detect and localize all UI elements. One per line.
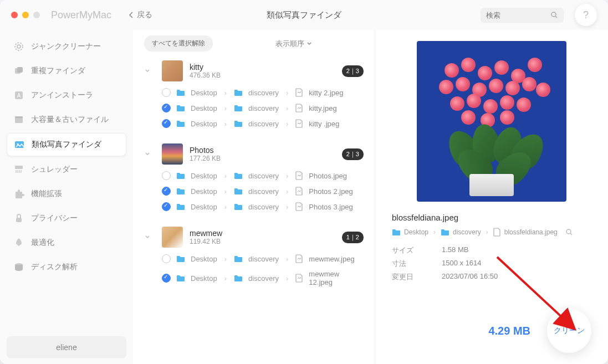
file-icon xyxy=(295,187,303,196)
file-icon xyxy=(295,202,303,211)
lock-icon xyxy=(13,213,24,224)
file-icon xyxy=(295,104,303,112)
sidebar-item-similar-photo-finder[interactable]: 類似写真ファインダ xyxy=(7,133,126,156)
file-row[interactable]: Desktop›discovery› Photos 2.jpeg xyxy=(144,183,364,199)
checkbox[interactable] xyxy=(162,119,171,128)
folder-icon xyxy=(176,274,185,282)
folder-icon xyxy=(234,104,243,112)
filename: kitty 2.jpeg xyxy=(309,89,343,97)
meta-label: 寸法 xyxy=(392,259,442,269)
folder-icon xyxy=(176,187,185,195)
file-row[interactable]: Desktop›discovery› mewmew 12.jpeg xyxy=(144,266,364,290)
filename: mewmew.jpeg xyxy=(309,255,354,263)
meta-value: 2023/07/06 16:50 xyxy=(442,272,498,282)
count-badge: 2｜3 xyxy=(342,148,364,160)
checkbox[interactable] xyxy=(162,88,171,97)
thumbnail xyxy=(162,60,183,81)
sidebar-item-label: 大容量＆古いファイル xyxy=(31,115,109,125)
path-segment: Desktop xyxy=(191,203,217,211)
sidebar-item-optimize[interactable]: 最適化 xyxy=(7,232,126,254)
file-row[interactable]: Desktop›discovery› mewmew.jpeg xyxy=(144,251,364,266)
filename: kitty.jpeg xyxy=(309,104,336,112)
chevron-down-icon[interactable] xyxy=(144,68,155,74)
main: すべてを選択解除 表示順序 kitty 476.36 KB 2｜3 Deskto… xyxy=(133,30,608,364)
close-window-icon[interactable] xyxy=(11,12,18,18)
search-box[interactable] xyxy=(481,8,564,23)
meta-dimensions: 寸法 1500 x 1614 xyxy=(392,259,591,269)
sidebar-item-label: アンインストーラ xyxy=(31,90,93,100)
sidebar-item-disk-analysis[interactable]: ディスク解析 xyxy=(7,256,126,278)
checkbox[interactable] xyxy=(162,202,171,211)
folder-icon xyxy=(176,120,185,127)
disk-icon xyxy=(13,262,24,273)
sidebar-item-shredder[interactable]: シュレッダー xyxy=(7,158,126,181)
search-input[interactable] xyxy=(486,11,550,19)
chevron-down-icon xyxy=(306,41,312,47)
sidebar-item-privacy[interactable]: プライバシー xyxy=(7,207,126,229)
list-pane: すべてを選択解除 表示順序 kitty 476.36 KB 2｜3 Deskto… xyxy=(133,30,375,364)
group-header[interactable]: Photos 177.26 KB 2｜3 xyxy=(144,140,364,168)
sidebar-item-duplicate-finder[interactable]: 重複ファインダ xyxy=(7,60,126,82)
file-row[interactable]: Desktop›discovery› Photos 3.jpeg xyxy=(144,199,364,214)
sidebar-item-label: ジャンククリーナー xyxy=(31,42,101,52)
filename: mewmew 12.jpeg xyxy=(309,270,364,286)
user-badge[interactable]: eliene xyxy=(7,336,126,358)
help-button[interactable]: ? xyxy=(575,4,597,26)
back-label: 戻る xyxy=(137,10,152,20)
checkbox[interactable] xyxy=(162,274,171,283)
chevron-down-icon[interactable] xyxy=(144,234,155,240)
body: ジャンククリーナー 重複ファインダ A アンインストーラ 大容量＆古いファイル … xyxy=(0,30,608,364)
path-segment: discovery xyxy=(248,203,279,211)
sort-button[interactable]: 表示順序 xyxy=(275,39,312,49)
path-segment: Desktop xyxy=(191,172,217,180)
preview-image xyxy=(417,41,566,202)
svg-rect-4 xyxy=(17,67,23,73)
svg-text:A: A xyxy=(17,93,21,99)
path-segment: Desktop xyxy=(191,120,217,128)
duplicate-icon xyxy=(13,65,24,76)
deselect-all-button[interactable]: すべてを選択解除 xyxy=(144,35,213,52)
group-header[interactable]: kitty 476.36 KB 2｜3 xyxy=(144,57,364,85)
app-title: PowerMyMac xyxy=(51,9,111,21)
sidebar: ジャンククリーナー 重複ファインダ A アンインストーラ 大容量＆古いファイル … xyxy=(0,30,133,364)
svg-point-0 xyxy=(551,12,556,17)
meta-modified: 変更日 2023/07/06 16:50 xyxy=(392,272,591,282)
sort-label: 表示順序 xyxy=(275,39,304,49)
group-name: kitty xyxy=(190,63,335,71)
file-icon xyxy=(295,254,303,263)
checkbox[interactable] xyxy=(162,171,171,180)
path-segment: discovery xyxy=(248,104,279,112)
file-row[interactable]: Desktop›discovery› kitty .jpeg xyxy=(144,116,364,131)
file-row[interactable]: Desktop›discovery› kitty 2.jpeg xyxy=(144,85,364,100)
clean-button[interactable]: クリーン xyxy=(547,309,591,353)
folder-icon xyxy=(441,228,449,236)
path-segment: discovery xyxy=(248,89,279,97)
filename: kitty .jpeg xyxy=(309,120,339,128)
path-segment: discovery xyxy=(248,172,279,180)
folder-icon xyxy=(176,255,185,263)
path-segment: discovery xyxy=(248,255,279,263)
chevron-down-icon[interactable] xyxy=(144,151,155,157)
group-header[interactable]: mewmew 119.42 KB 1｜2 xyxy=(144,223,364,251)
checkbox[interactable] xyxy=(162,187,171,196)
sidebar-item-uninstaller[interactable]: A アンインストーラ xyxy=(7,84,126,106)
file-row[interactable]: Desktop›discovery› Photos.jpeg xyxy=(144,168,364,183)
thumbnail xyxy=(162,227,183,248)
maximize-window-icon[interactable] xyxy=(33,12,40,18)
sidebar-item-large-old-files[interactable]: 大容量＆古いファイル xyxy=(7,109,126,131)
search-icon xyxy=(550,11,558,19)
traffic-lights xyxy=(11,12,40,18)
back-button[interactable]: 戻る xyxy=(128,10,152,20)
sidebar-item-extensions[interactable]: 機能拡張 xyxy=(7,183,126,205)
sidebar-item-label: 機能拡張 xyxy=(31,189,62,199)
checkbox[interactable] xyxy=(162,104,171,112)
file-row[interactable]: Desktop›discovery› kitty.jpeg xyxy=(144,100,364,116)
minimize-window-icon[interactable] xyxy=(22,12,29,18)
sidebar-item-label: 類似写真ファインダ xyxy=(32,140,101,150)
search-icon[interactable] xyxy=(565,228,573,236)
count-badge: 2｜3 xyxy=(342,65,364,77)
box-icon xyxy=(13,114,24,125)
checkbox[interactable] xyxy=(162,254,171,263)
group-size: 119.42 KB xyxy=(190,238,335,245)
sidebar-item-junk-cleaner[interactable]: ジャンククリーナー xyxy=(7,35,126,58)
